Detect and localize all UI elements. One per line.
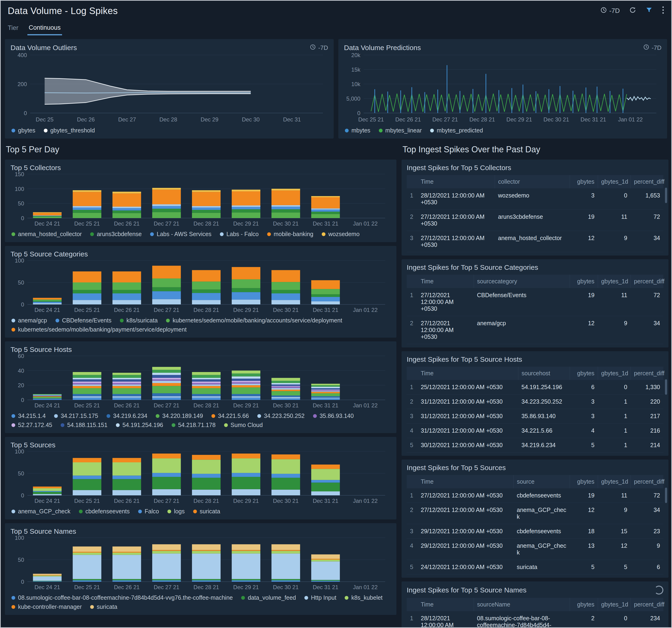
bar-segment[interactable] [152,373,181,375]
bar-segment[interactable] [152,381,181,383]
bar-segment[interactable] [311,387,340,388]
bar-segment[interactable] [112,382,141,383]
bar-segment[interactable] [33,213,62,215]
bar-segment[interactable] [33,395,62,396]
bar-segment[interactable] [152,489,181,495]
bar-segment[interactable] [73,206,101,207]
bar-segment[interactable] [152,266,181,279]
bar-segment[interactable] [192,579,221,580]
bar-segment[interactable] [73,375,101,378]
bar-segment[interactable] [152,580,181,582]
bar-segment[interactable] [112,194,141,207]
bar-segment[interactable] [271,387,300,388]
bar-segment[interactable] [112,490,141,495]
legend-item[interactable]: kubernetes/sedemo/mobile/banking/payment… [11,326,187,333]
bar-segment[interactable] [73,386,101,388]
bar-segment[interactable] [311,392,340,393]
bar-segment[interactable] [311,211,340,214]
bar-segment[interactable] [271,381,300,383]
bar-segment[interactable] [311,210,340,212]
bar-segment[interactable] [152,367,181,370]
legend-item[interactable]: 54.218.71.178 [172,422,216,428]
bar-segment[interactable] [311,399,340,400]
legend-item[interactable]: wozsedemo [322,231,359,237]
bar-segment[interactable] [232,209,260,212]
bar-segment[interactable] [73,553,101,555]
bar-segment[interactable] [33,492,62,494]
bar-segment[interactable] [112,378,141,379]
legend-item[interactable]: suricata [90,603,117,610]
bar-segment[interactable] [271,386,300,386]
column-header-percent_diff[interactable]: percent_diff [630,475,663,488]
legend-item[interactable]: 34.221.5.66 [211,412,249,419]
table-row[interactable]: 125/12/2021 12:00:00 AM +053054.191.254.… [407,380,663,395]
bar-segment[interactable] [112,579,141,580]
bar-segment[interactable] [73,458,101,462]
legend-item[interactable]: anema/gcp [11,317,47,324]
bar-segment[interactable] [311,464,340,469]
bar-segment[interactable] [232,190,260,192]
bar-segment[interactable] [311,297,340,301]
bar-segment[interactable] [311,301,340,304]
bar-segment[interactable] [232,292,260,300]
bar-segment[interactable] [33,217,62,218]
bar-segment[interactable] [73,384,101,386]
bar-segment[interactable] [311,554,340,559]
bar-segment[interactable] [152,209,181,212]
bar-segment[interactable] [311,469,340,480]
bar-segment[interactable] [311,391,340,392]
bar-segment[interactable] [192,394,221,396]
legend-item[interactable]: Labs - Falco [220,231,259,237]
bar-segment[interactable] [33,399,62,400]
table-row[interactable]: 227/12/2021 12:00:00 AM +0530anema_GCP_c… [407,503,663,524]
bar-segment[interactable] [152,291,181,299]
table-row[interactable]: 431/12/2021 12:00:00 AM +053034.221.5.66… [407,424,663,438]
bar-segment[interactable] [232,453,260,458]
bar-segment[interactable] [271,490,300,495]
bar-segment[interactable] [192,490,221,495]
bar-segment[interactable] [73,479,101,490]
bar-segment[interactable] [271,550,300,551]
bar-segment[interactable] [112,479,141,490]
legend-item[interactable]: gbytes [11,127,35,134]
bar-segment[interactable] [33,301,62,302]
bar-segment[interactable] [33,576,62,581]
bar-segment[interactable] [192,207,221,210]
bar-segment[interactable] [112,208,141,210]
bar-segment[interactable] [33,581,62,582]
table-row[interactable]: 227/12/2021 12:00:00 AM +0530aruns3cbdef… [407,210,663,231]
column-header-gbytes_1d[interactable]: gbytes_1d [598,475,630,488]
legend-item[interactable]: anema_hosted_collector [11,231,82,237]
bar-segment[interactable] [271,205,300,207]
table-row[interactable]: 128/12/2021 12:00:00 AM +0530wozsedemo30… [407,189,663,210]
bar-segment[interactable] [33,212,62,213]
bar-segment[interactable] [271,390,300,391]
table-row[interactable]: 524/12/2021 12:00:00 AM +0530suricata556 [407,560,663,574]
bar-segment[interactable] [232,379,260,381]
column-header-index[interactable] [407,275,417,288]
column-header-sourceName[interactable]: sourceName [474,598,570,611]
bar-segment[interactable] [232,384,260,385]
table-scrollbar-thumb[interactable] [665,187,667,203]
bar-segment[interactable] [311,196,340,197]
bar-segment[interactable] [311,208,340,210]
legend-item[interactable]: gbytes_threshold [44,127,95,134]
legend-item[interactable]: 34.217.15.175 [54,412,98,419]
bar-segment[interactable] [152,383,181,386]
bar-segment[interactable] [311,280,340,289]
bar-segment[interactable] [33,216,62,217]
bar-segment[interactable] [73,394,101,396]
bar-segment[interactable] [192,270,221,281]
column-header-sourcehost[interactable]: sourcehost [518,367,570,380]
bar-segment[interactable] [271,294,300,300]
bar-segment[interactable] [311,385,340,386]
table-row[interactable]: 329/12/2021 12:00:00 AM +0530cbdefenseev… [407,524,663,538]
bar-segment[interactable] [232,279,260,288]
filter-button[interactable] [646,6,653,15]
column-header-index[interactable] [407,175,417,189]
column-header-collector[interactable]: collector [495,175,570,189]
column-header-Time[interactable]: Time [417,598,474,611]
bar-segment[interactable] [232,373,260,376]
bar-segment[interactable] [33,216,62,216]
bar-segment[interactable] [311,390,340,391]
